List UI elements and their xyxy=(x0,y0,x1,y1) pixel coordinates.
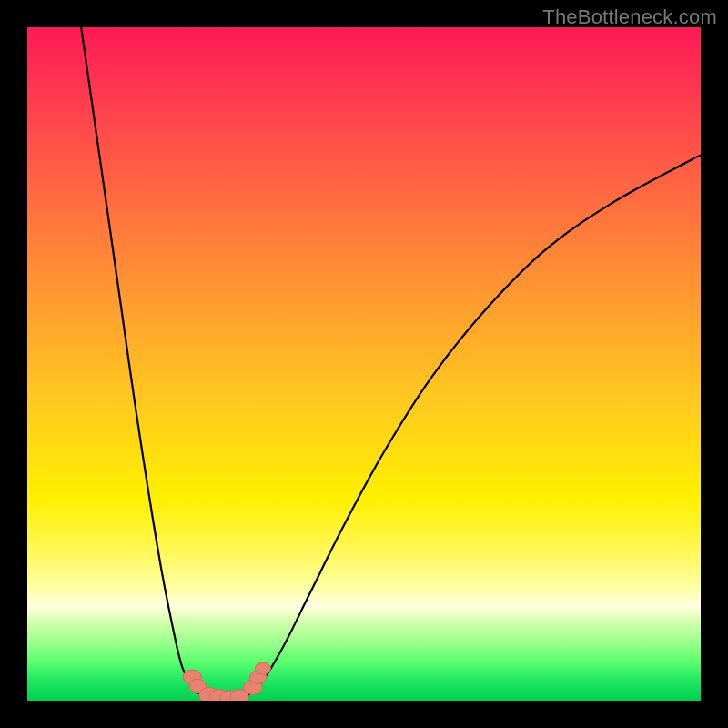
curve-right-branch xyxy=(249,156,701,694)
marker-group xyxy=(183,662,270,701)
data-marker xyxy=(255,662,270,674)
chart-svg xyxy=(27,27,701,701)
watermark-text: TheBottleneck.com xyxy=(542,5,717,29)
chart-area xyxy=(27,27,701,701)
curve-left-branch xyxy=(81,27,209,697)
